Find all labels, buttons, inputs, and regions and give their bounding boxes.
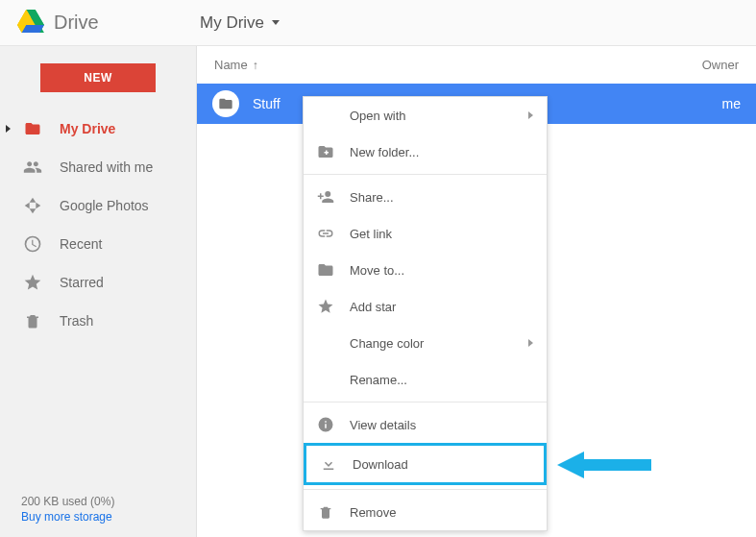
trash-icon [23,311,42,330]
folder-icon [317,261,334,279]
menu-open-with[interactable]: Open with [304,97,547,134]
column-name[interactable]: Name ↑ [214,58,258,72]
star-icon [23,273,42,292]
menu-label: Move to... [350,263,404,278]
link-icon [317,225,334,242]
header: Drive My Drive [0,0,756,46]
column-headers: Name ↑ Owner [197,46,756,84]
file-name: Stuff [253,96,280,111]
buy-storage-link[interactable]: Buy more storage [21,510,114,524]
sidebar-item-trash[interactable]: Trash [0,302,196,340]
submenu-caret-icon [528,111,533,119]
menu-view-details[interactable]: View details [304,406,547,443]
menu-label: Change color [350,336,424,351]
file-owner: me [722,96,741,111]
menu-new-folder[interactable]: New folder... [304,134,547,170]
context-menu: Open with New folder... Share... Get lin… [303,96,548,531]
clock-icon [23,234,42,254]
sidebar-item-label: Shared with me [60,159,153,175]
menu-label: View details [350,418,416,432]
spacer-icon [317,107,334,124]
column-owner[interactable]: Owner [702,58,739,72]
info-icon [317,416,334,433]
menu-change-color[interactable]: Change color [304,325,547,361]
sort-asc-icon: ↑ [253,59,258,72]
breadcrumb[interactable]: My Drive [200,13,280,33]
folder-icon [23,119,42,138]
menu-separator [304,489,547,490]
sidebar-item-recent[interactable]: Recent [0,225,196,263]
storage-used-text: 200 KB used (0%) [21,495,114,508]
arrow-head-icon [557,452,584,478]
annotation-arrow [557,452,651,478]
menu-move-to[interactable]: Move to... [304,252,547,288]
drive-logo-icon [17,10,44,36]
menu-label: Add star [350,300,396,314]
menu-label: Open with [350,109,406,123]
dropdown-caret-icon [272,20,280,25]
sidebar: NEW My Drive Shared with me Google Photo [0,46,197,537]
spacer-icon [317,371,334,388]
breadcrumb-label: My Drive [200,13,264,33]
sidebar-item-starred[interactable]: Starred [0,263,196,302]
folder-icon [212,90,239,117]
menu-add-star[interactable]: Add star [304,288,547,325]
menu-remove[interactable]: Remove [304,494,547,530]
sidebar-item-shared[interactable]: Shared with me [0,148,196,186]
menu-rename[interactable]: Rename... [304,361,547,398]
sidebar-item-photos[interactable]: Google Photos [0,186,196,225]
menu-get-link[interactable]: Get link [304,215,547,252]
sidebar-item-label: Recent [60,236,102,252]
download-icon [320,455,337,473]
new-folder-icon [317,143,334,160]
sidebar-item-label: My Drive [60,121,115,136]
person-add-icon [317,188,334,206]
spacer-icon [317,334,334,352]
menu-label: Rename... [350,373,407,387]
storage-block: 200 KB used (0%) Buy more storage [21,495,114,524]
photos-icon [23,196,42,215]
new-button[interactable]: NEW [40,63,156,92]
sidebar-item-label: Google Photos [60,198,149,213]
submenu-caret-icon [528,339,533,347]
star-icon [317,298,334,315]
menu-separator [304,402,547,403]
menu-label: Share... [350,190,394,205]
menu-label: Remove [350,505,396,520]
menu-label: Download [353,457,408,472]
sidebar-item-label: Starred [60,275,104,290]
trash-icon [317,503,334,521]
column-name-label: Name [214,58,248,72]
people-icon [23,158,42,177]
sidebar-item-label: Trash [60,313,93,329]
menu-download[interactable]: Download [304,443,547,485]
expand-caret-icon [6,125,11,133]
brand-name: Drive [54,12,99,34]
menu-separator [304,174,547,175]
menu-label: Get link [350,227,392,241]
sidebar-item-my-drive[interactable]: My Drive [0,110,196,148]
menu-share[interactable]: Share... [304,179,547,215]
arrow-shaft [584,459,651,471]
menu-label: New folder... [350,145,419,159]
